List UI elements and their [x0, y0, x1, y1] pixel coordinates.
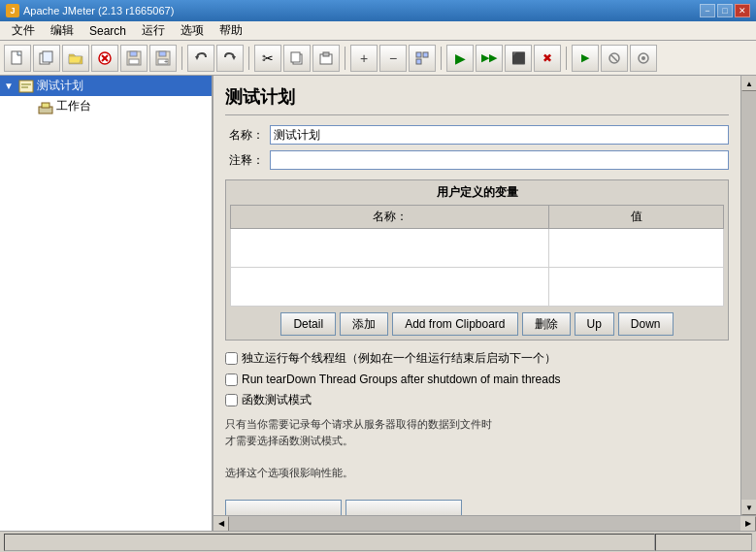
empty-cell-4 — [549, 268, 724, 307]
comment-input[interactable] — [270, 150, 729, 170]
add-button[interactable]: 添加 — [340, 312, 388, 336]
teardown-label: Run tearDown Thread Groups after shutdow… — [242, 373, 561, 386]
remote-stop-all-button[interactable] — [630, 45, 657, 72]
minimize-button[interactable]: − — [700, 4, 715, 17]
horizontal-scrollbar: ◀ ▶ — [214, 515, 756, 531]
separator-2 — [248, 47, 249, 70]
svg-rect-16 — [291, 52, 300, 62]
copy-button[interactable] — [283, 45, 311, 72]
svg-marker-14 — [232, 56, 236, 60]
stop-now-button[interactable]: ✖ — [534, 45, 561, 72]
remote-stop-button[interactable] — [601, 45, 628, 72]
menu-search[interactable]: Search — [82, 22, 134, 40]
description: 只有当你需要记录每个请求从服务器取得的数据到文件时 才需要选择函数测试模式。 选… — [225, 416, 729, 480]
detail-button[interactable]: Detail — [280, 312, 336, 336]
new-button[interactable] — [4, 45, 31, 72]
save-as-button[interactable]: + — [149, 45, 177, 72]
separator-4 — [441, 47, 442, 70]
empty-cell-2 — [549, 229, 724, 268]
h-scroll-track[interactable] — [229, 516, 740, 532]
empty-cell-1 — [231, 229, 549, 268]
name-label: 名称： — [225, 127, 264, 144]
redo-button[interactable] — [216, 45, 244, 72]
add-from-clipboard-button[interactable]: Add from Clipboard — [392, 312, 517, 336]
bottom-btn-2[interactable] — [345, 500, 462, 515]
tree-panel: ▼ 测试计划 工作台 — [0, 76, 214, 531]
stop-icon: ⬛ — [511, 51, 526, 65]
status-message — [4, 534, 655, 551]
cut-button[interactable]: ✂ — [254, 45, 281, 72]
menu-run[interactable]: 运行 — [134, 20, 173, 41]
close-button[interactable]: ✕ — [735, 4, 750, 17]
svg-text:+: + — [164, 58, 168, 65]
content-inner: 测试计划 名称： 注释： 用户定义的变量 — [214, 76, 740, 515]
scroll-right-arrow[interactable]: ▶ — [740, 516, 756, 532]
open-button[interactable] — [62, 45, 89, 72]
title-bar-controls: − □ ✕ — [700, 4, 750, 17]
undo-button[interactable] — [187, 45, 214, 72]
cut-icon: ✂ — [262, 50, 274, 66]
collapse-button[interactable]: − — [379, 45, 407, 72]
expand-arrow: ▼ — [4, 81, 16, 91]
separator-3 — [345, 47, 345, 70]
variable-table: 名称： 值 — [230, 205, 724, 307]
menu-help[interactable]: 帮助 — [212, 20, 250, 41]
close-plan-button[interactable] — [91, 45, 118, 72]
start-button[interactable]: ▶ — [446, 45, 474, 72]
checkbox-row-1: 独立运行每个线程组（例如在一个组运行结束后启动下一个） — [225, 350, 729, 367]
remote-start-button[interactable]: ▶ — [572, 45, 599, 72]
down-button[interactable]: Down — [618, 312, 674, 336]
title-bar-left: J Apache JMeter (2.13 r1665067) — [6, 4, 174, 17]
svg-rect-21 — [416, 59, 421, 64]
checkbox-section: 独立运行每个线程组（例如在一个组运行结束后启动下一个） Run tearDown… — [225, 350, 729, 408]
panel-title: 测试计划 — [225, 85, 729, 115]
svg-rect-19 — [416, 52, 421, 57]
button-row: Detail 添加 Add from Clipboard 删除 Up Down — [230, 312, 724, 336]
main-layout: ▼ 测试计划 工作台 测试计划 名称： 注释： — [0, 76, 756, 531]
save-button[interactable] — [120, 45, 148, 72]
independent-checkbox[interactable] — [225, 352, 238, 365]
expand-button[interactable]: + — [350, 45, 378, 72]
templates-button[interactable] — [33, 45, 60, 72]
start-no-pause-button[interactable]: ▶▶ — [476, 45, 503, 72]
title-bar: J Apache JMeter (2.13 r1665067) − □ ✕ — [0, 0, 756, 21]
svg-rect-0 — [12, 51, 21, 64]
checkbox-row-3: 函数测试模式 — [225, 392, 729, 408]
desc-line-2: 才需要选择函数测试模式。 — [225, 433, 729, 449]
separator-1 — [181, 47, 182, 70]
col-name: 名称： — [231, 206, 549, 229]
functional-checkbox[interactable] — [225, 394, 238, 406]
stop-button[interactable]: ⬛ — [505, 45, 532, 72]
scroll-down-arrow[interactable]: ▼ — [741, 500, 756, 515]
name-input[interactable] — [270, 125, 729, 145]
up-button[interactable]: Up — [575, 312, 614, 336]
bottom-buttons — [225, 500, 729, 515]
menu-options[interactable]: 选项 — [173, 20, 212, 41]
content-panel: 测试计划 名称： 注释： 用户定义的变量 — [214, 76, 756, 531]
svg-point-25 — [641, 56, 645, 60]
maximize-button[interactable]: □ — [717, 4, 733, 17]
testplan-icon — [18, 79, 34, 94]
delete-button[interactable]: 删除 — [522, 312, 571, 336]
svg-rect-18 — [323, 52, 329, 56]
svg-rect-10 — [159, 51, 166, 56]
scroll-track[interactable] — [741, 91, 756, 500]
scroll-left-arrow[interactable]: ◀ — [214, 516, 229, 532]
workbench-label: 工作台 — [56, 98, 91, 114]
teardown-checkbox[interactable] — [225, 373, 238, 386]
tree-item-workbench[interactable]: 工作台 — [0, 96, 212, 116]
vertical-scrollbar: ▲ ▼ — [740, 76, 756, 515]
paste-button[interactable] — [312, 45, 340, 72]
var-section-title: 用户定义的变量 — [230, 184, 724, 201]
bottom-btn-1[interactable] — [225, 500, 342, 515]
scroll-up-arrow[interactable]: ▲ — [741, 76, 756, 91]
start-icon: ▶ — [455, 50, 466, 66]
toggle-tree-button[interactable] — [409, 45, 436, 72]
workbench-icon — [38, 99, 53, 114]
svg-rect-30 — [42, 103, 49, 108]
separator-5 — [566, 47, 567, 70]
remote-start-icon: ▶ — [581, 51, 589, 64]
menu-file[interactable]: 文件 — [4, 20, 43, 41]
menu-edit[interactable]: 编辑 — [43, 20, 82, 41]
tree-item-testplan[interactable]: ▼ 测试计划 — [0, 76, 212, 96]
